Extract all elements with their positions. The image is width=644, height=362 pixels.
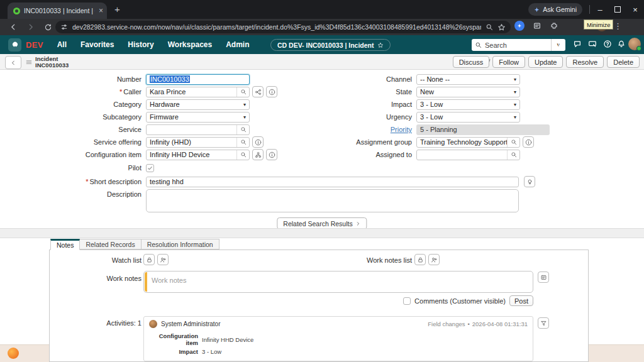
description-label: Description xyxy=(49,189,146,198)
impact-value: 3 - Low xyxy=(417,101,511,108)
screen-share-icon[interactable] xyxy=(588,40,597,48)
servicenow-logo[interactable] xyxy=(8,38,21,52)
watch-list-lock-icon[interactable] xyxy=(143,254,155,265)
back-icon[interactable] xyxy=(9,23,18,31)
section-divider-band xyxy=(0,228,644,238)
browser-tab[interactable]: INC0010033 | Incident | CD DEV × xyxy=(8,3,107,19)
forward-icon[interactable] xyxy=(26,23,35,31)
configuration-item-info-icon[interactable] xyxy=(266,149,277,160)
resolve-button[interactable]: Resolve xyxy=(566,56,604,68)
tab-notes[interactable]: Notes xyxy=(50,239,80,250)
number-input[interactable]: INC0010033 xyxy=(146,74,250,85)
service-offering-input[interactable]: Infinity (HHD) xyxy=(146,137,250,148)
configuration-item-input[interactable]: Infinity HHD Device xyxy=(146,150,250,160)
watch-list-add-person-icon[interactable] xyxy=(157,254,169,265)
discuss-button[interactable]: Discuss xyxy=(453,56,490,68)
state-select[interactable]: New xyxy=(416,87,520,97)
tab-resolution-information[interactable]: Resolution Information xyxy=(141,239,219,250)
assignment-group-input[interactable]: Training Technology Support xyxy=(416,137,520,148)
activity-entry: System Administrator Field changes • 202… xyxy=(143,316,533,361)
caller-share-icon[interactable] xyxy=(252,86,264,97)
work-notes-activity-icon[interactable] xyxy=(538,272,549,283)
subcategory-select[interactable]: Firmware xyxy=(146,112,250,123)
channel-label: Channel xyxy=(280,75,416,83)
caller-input[interactable]: Kara Prince xyxy=(146,87,250,97)
caller-lookup-icon[interactable] xyxy=(236,87,249,97)
work-notes-textarea[interactable]: Work notes xyxy=(143,271,533,293)
window-close-button[interactable]: × xyxy=(626,0,644,19)
assignment-group-info-icon[interactable] xyxy=(523,136,534,148)
reload-icon[interactable] xyxy=(44,23,52,31)
address-bar[interactable]: dev282983.service-now.com/now/nav/ui/cla… xyxy=(55,21,511,33)
service-input[interactable] xyxy=(146,124,250,135)
servicenow-favicon xyxy=(13,8,20,14)
tab-close-icon[interactable]: × xyxy=(99,7,103,14)
priority-label: Priority xyxy=(280,126,416,133)
urgency-select[interactable]: 3 - Low xyxy=(416,112,520,123)
field-row-impact: Impact 3 - Low xyxy=(280,99,520,110)
extensions-puzzle-icon[interactable] xyxy=(550,21,558,30)
form-context-menu-icon[interactable] xyxy=(25,58,33,66)
nav-workspaces[interactable]: Workspaces xyxy=(168,40,212,49)
new-tab-button[interactable]: + xyxy=(114,4,120,14)
short-description-input[interactable]: testing hhd xyxy=(146,177,519,187)
category-select[interactable]: Hardware xyxy=(146,99,250,110)
user-avatar[interactable] xyxy=(628,38,641,50)
global-search-input[interactable]: Search xyxy=(472,39,557,51)
required-icon: * xyxy=(119,88,122,96)
comments-visible-checkbox[interactable] xyxy=(403,297,411,305)
divider xyxy=(589,5,590,14)
site-settings-icon[interactable] xyxy=(60,23,68,31)
nav-all[interactable]: All xyxy=(57,40,67,49)
back-button[interactable] xyxy=(5,56,21,69)
channel-select[interactable]: -- None -- xyxy=(416,74,520,85)
pilot-label: Pilot xyxy=(49,164,146,172)
context-record-pill[interactable]: CD DEV- INC0010033 | Incident xyxy=(270,39,391,51)
related-search-label: Related Search Results xyxy=(283,220,352,228)
field-row-urgency: Urgency 3 - Low xyxy=(280,111,520,123)
delete-button[interactable]: Delete xyxy=(607,56,640,68)
window-minimize-button[interactable]: – xyxy=(591,0,609,19)
service-lookup-icon[interactable] xyxy=(236,125,249,134)
browser-menu-icon[interactable]: ⋮ xyxy=(614,21,622,31)
service-offering-lookup-icon[interactable] xyxy=(236,138,249,147)
window-maximize-button[interactable] xyxy=(609,0,626,19)
globe-icon[interactable] xyxy=(557,40,566,48)
configuration-item-lookup-icon[interactable] xyxy=(236,150,249,160)
favorite-star-icon[interactable] xyxy=(377,42,384,48)
assignment-group-lookup-icon[interactable] xyxy=(507,138,519,147)
work-notes-list-lock-icon[interactable] xyxy=(414,254,426,265)
side-panel-icon[interactable] xyxy=(533,21,541,30)
taskbar-notification-app-icon[interactable] xyxy=(8,348,19,359)
subcategory-value: Firmware xyxy=(147,113,240,121)
assigned-to-lookup-icon[interactable] xyxy=(507,150,519,160)
activity-timestamp: 2026-04-08 01:31:31 xyxy=(472,321,528,327)
follow-button[interactable]: Follow xyxy=(492,56,525,68)
suggestion-lightbulb-icon[interactable] xyxy=(524,176,535,187)
impact-select[interactable]: 3 - Low xyxy=(416,99,520,110)
configuration-item-hierarchy-icon[interactable] xyxy=(252,149,264,160)
post-button[interactable]: Post xyxy=(509,295,533,306)
help-icon[interactable] xyxy=(603,40,612,48)
gemini-toolbar-icon[interactable] xyxy=(514,21,525,31)
activity-filter-funnel-icon[interactable] xyxy=(538,317,549,329)
bookmark-star-icon[interactable] xyxy=(497,23,506,31)
nav-history[interactable]: History xyxy=(128,40,153,49)
work-notes-list-add-person-icon[interactable] xyxy=(428,254,440,265)
description-textarea[interactable] xyxy=(146,189,519,212)
urgency-label: Urgency xyxy=(280,113,416,121)
chat-icon[interactable] xyxy=(573,40,582,48)
nav-admin[interactable]: Admin xyxy=(226,40,249,49)
assigned-to-label: Assigned to xyxy=(280,151,416,158)
caller-info-icon[interactable] xyxy=(266,86,277,97)
ask-gemini-button[interactable]: Ask Gemini xyxy=(528,3,582,16)
zoom-page-icon[interactable] xyxy=(486,23,493,31)
update-button[interactable]: Update xyxy=(528,56,563,68)
priority-link[interactable]: Priority xyxy=(391,126,412,133)
notifications-bell-icon[interactable] xyxy=(617,40,626,48)
nav-favorites[interactable]: Favorites xyxy=(80,40,114,49)
service-offering-info-icon[interactable] xyxy=(252,136,264,148)
tab-related-records[interactable]: Related Records xyxy=(79,239,141,250)
assigned-to-input[interactable] xyxy=(416,150,520,160)
pilot-checkbox[interactable] xyxy=(146,164,154,172)
